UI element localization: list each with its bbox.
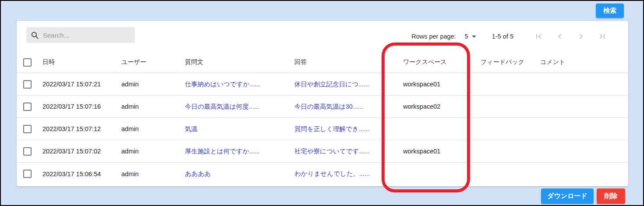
cell-workspace: workspace01	[403, 81, 481, 88]
row-checkbox[interactable]	[23, 80, 32, 89]
cell-datetime: 2022/03/17 15:07:02	[42, 148, 121, 155]
cell-datetime: 2022/03/17 15:06:54	[42, 170, 121, 178]
cell-question-link[interactable]: 今日の最高気温は何度......	[185, 103, 294, 111]
cell-question-link[interactable]: 気温	[185, 125, 294, 133]
table-row: 2022/03/17 15:06:54 admin ああああ わかりませんでした…	[17, 163, 628, 185]
table-toolbar: Rows per page: 5 1-5 of 5	[17, 21, 628, 52]
cell-datetime: 2022/03/17 15:07:12	[42, 125, 121, 132]
chevron-down-icon	[472, 36, 476, 38]
last-page-icon	[597, 31, 607, 42]
page-range-label: 1-5 of 5	[492, 33, 513, 40]
table-row: 2022/03/17 15:07:02 admin 厚生施設とは何ですか....…	[17, 140, 628, 163]
search-input[interactable]	[43, 32, 131, 39]
pagination-bar: Rows per page: 5 1-5 of 5	[411, 21, 607, 52]
cell-datetime: 2022/03/17 15:07:21	[42, 81, 121, 88]
delete-button[interactable]: 削除	[597, 188, 625, 204]
cell-question-link[interactable]: ああああ	[185, 170, 294, 178]
chevron-right-icon	[576, 31, 586, 42]
column-header-user: ユーザー	[121, 58, 185, 66]
cell-answer-link[interactable]: 今日の最高気温は30......	[294, 103, 403, 111]
column-header-feedback: フィードバック	[481, 58, 540, 66]
cell-user: admin	[121, 125, 185, 132]
data-table-card: Rows per page: 5 1-5 of 5	[17, 21, 628, 186]
last-page-button[interactable]	[597, 31, 607, 42]
rows-per-page-value: 5	[465, 33, 468, 40]
cell-question-link[interactable]: 仕事納めはいつですか......	[185, 80, 294, 89]
rows-per-page-select[interactable]: 5	[465, 33, 476, 40]
table-row: 2022/03/17 15:07:21 admin 仕事納めはいつですか....…	[17, 73, 628, 96]
cell-question-link[interactable]: 厚生施設とは何ですか......	[185, 147, 294, 156]
cell-user: admin	[121, 81, 185, 88]
column-header-answer: 回答	[294, 58, 403, 66]
cell-workspace: workspace01	[403, 148, 481, 155]
cell-user: admin	[121, 103, 185, 110]
search-button[interactable]: 検索	[596, 4, 624, 18]
search-box[interactable]	[26, 27, 135, 43]
cell-answer-link[interactable]: 休日や創立記念日につ......	[294, 80, 403, 89]
row-checkbox[interactable]	[23, 103, 32, 111]
cell-answer-link[interactable]: わかりませんでした。......	[294, 170, 403, 178]
first-page-button[interactable]	[534, 31, 544, 42]
pagination-buttons	[523, 31, 607, 42]
row-checkbox[interactable]	[23, 125, 32, 133]
table-row: 2022/03/17 15:07:16 admin 今日の最高気温は何度....…	[17, 96, 628, 118]
cell-answer-link[interactable]: 社宅や寮についてです......	[294, 147, 403, 156]
cell-answer-link[interactable]: 質問を正しく理解でき......	[294, 125, 403, 133]
row-checkbox[interactable]	[23, 147, 32, 156]
column-header-workspace: ワークスペース	[403, 58, 481, 66]
rows-per-page-label: Rows per page:	[411, 33, 456, 40]
table-row: 2022/03/17 15:07:12 admin 気温 質問を正しく理解でき.…	[17, 118, 628, 140]
cell-datetime: 2022/03/17 15:07:16	[42, 103, 121, 110]
data-table: 日時 ユーザー 質問文 回答 ワークスペース フィードバック コメント 2022…	[17, 52, 628, 185]
cell-user: admin	[121, 148, 185, 155]
cell-user: admin	[121, 170, 185, 178]
download-button[interactable]: ダウンロード	[541, 188, 594, 204]
search-icon	[31, 31, 39, 39]
select-all-checkbox[interactable]	[23, 58, 32, 67]
cell-workspace: workspace02	[403, 103, 481, 110]
next-page-button[interactable]	[576, 31, 586, 42]
column-header-comment: コメント	[540, 58, 628, 66]
first-page-icon	[534, 31, 544, 42]
table-header-row: 日時 ユーザー 質問文 回答 ワークスペース フィードバック コメント	[17, 52, 628, 73]
row-checkbox[interactable]	[23, 170, 32, 178]
column-header-question: 質問文	[185, 58, 294, 66]
previous-page-button[interactable]	[555, 31, 565, 42]
column-header-datetime: 日時	[42, 58, 121, 66]
chevron-left-icon	[555, 31, 565, 42]
app-window: 検索 Rows per page: 5 1-5 of 5	[0, 0, 644, 206]
